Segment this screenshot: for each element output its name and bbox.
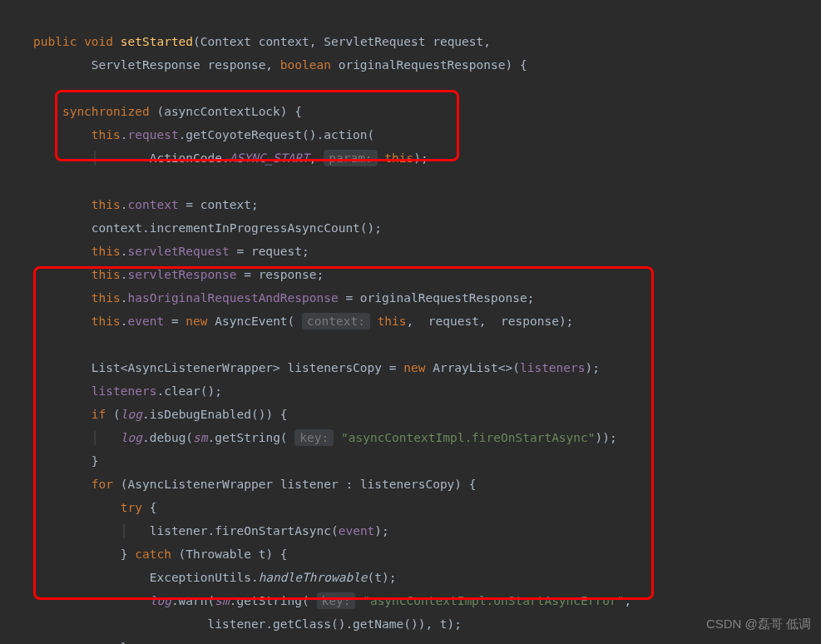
- line-4: this.request.getCoyoteRequest().action(: [33, 128, 374, 141]
- line-24: }: [33, 641, 128, 644]
- line-21: ExceptionUtils.handleThrowable(t);: [33, 571, 397, 584]
- line-22: log.warn(sm.getString( key: "asyncContex…: [33, 592, 631, 609]
- param-hint: key:: [317, 592, 356, 609]
- line-20: } catch (Throwable t) {: [33, 547, 288, 561]
- line-23: listener.getClass().getName()), t);: [33, 617, 462, 631]
- line-2: ServletResponse response, boolean origin…: [33, 58, 527, 72]
- line-13: listeners.clear();: [33, 384, 222, 398]
- line-12: List<AsyncListenerWrapper> listenersCopy…: [33, 361, 600, 374]
- line-19: │ listener.fireOnStartAsync(event);: [33, 524, 389, 537]
- line-15: │ log.debug(sm.getString( key: "asyncCon…: [33, 429, 617, 446]
- line-5: │ ActionCode.ASYNC_START, param: this);: [33, 150, 428, 166]
- watermark-text: CSDN @磊哥 低调: [706, 612, 811, 636]
- line-1: public void setStarted(Context context, …: [33, 35, 491, 48]
- line-10: this.hasOriginalRequestAndResponse = ori…: [33, 291, 534, 305]
- param-hint: key:: [294, 429, 334, 446]
- param-hint: context:: [302, 313, 370, 329]
- line-7: context.incrementInProgressAsyncCount();: [33, 221, 382, 235]
- line-8: this.servletRequest = request;: [33, 245, 309, 258]
- line-16: }: [33, 454, 99, 468]
- line-17: for (AsyncListenerWrapper listener : lis…: [33, 478, 477, 491]
- line-6: this.context = context;: [33, 198, 259, 211]
- line-9: this.servletResponse = response;: [33, 268, 324, 281]
- line-18: try {: [33, 501, 156, 514]
- param-hint: param:: [324, 150, 377, 166]
- line-11: this.event = new AsyncEvent( context: th…: [33, 313, 573, 329]
- line-3: synchronized (asyncContextLock) {: [33, 105, 302, 118]
- code-editor-area[interactable]: public void setStarted(Context context, …: [0, 0, 821, 644]
- line-14: if (log.isDebugEnabled()) {: [33, 408, 288, 421]
